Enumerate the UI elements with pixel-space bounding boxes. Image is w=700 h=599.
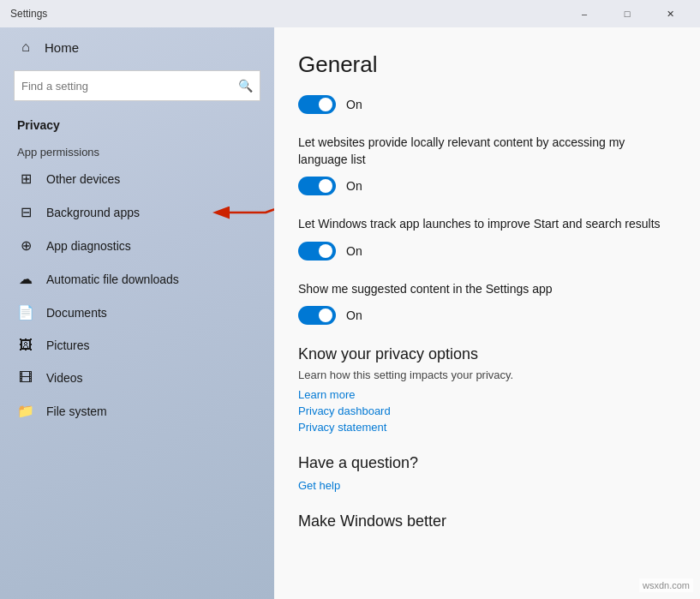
background-apps-icon: ⊟ bbox=[17, 204, 34, 220]
setting-block-3: Let Windows track app launches to improv… bbox=[298, 216, 669, 261]
title-bar: Settings – □ ✕ bbox=[0, 0, 700, 27]
file-system-icon: 📁 bbox=[17, 403, 34, 419]
get-help-link[interactable]: Get help bbox=[298, 479, 669, 492]
have-question-title: Have a question? bbox=[298, 454, 669, 472]
setting-block-4: Show me suggested content in the Setting… bbox=[298, 281, 669, 326]
toggle-2-label: On bbox=[346, 179, 362, 193]
toggle-row-3: On bbox=[298, 242, 669, 261]
sidebar-item-pictures[interactable]: 🖼 Pictures bbox=[0, 329, 274, 362]
toggle-1[interactable] bbox=[298, 95, 336, 114]
pictures-label: Pictures bbox=[46, 338, 90, 352]
sidebar-item-background-apps[interactable]: ⊟ Background apps bbox=[0, 195, 274, 229]
setting-block-2: Let websites provide locally relevant co… bbox=[298, 135, 669, 195]
make-windows-section: Make Windows better bbox=[298, 512, 669, 530]
window-controls: – □ ✕ bbox=[565, 0, 690, 27]
app-diagnostics-label: App diagnostics bbox=[46, 239, 131, 253]
search-icon: 🔍 bbox=[238, 79, 253, 93]
pictures-icon: 🖼 bbox=[17, 338, 34, 353]
close-button[interactable]: ✕ bbox=[650, 0, 690, 27]
privacy-dashboard-link[interactable]: Privacy dashboard bbox=[298, 404, 669, 417]
privacy-statement-link[interactable]: Privacy statement bbox=[298, 421, 669, 434]
privacy-section-title: Privacy bbox=[0, 111, 274, 137]
toggle-row-4: On bbox=[298, 306, 669, 325]
videos-icon: 🎞 bbox=[17, 370, 34, 386]
know-privacy-title: Know your privacy options bbox=[298, 345, 669, 363]
videos-label: Videos bbox=[46, 371, 83, 385]
watermark: wsxdn.com bbox=[639, 578, 693, 592]
sidebar-item-home[interactable]: ⌂ Home bbox=[0, 27, 274, 67]
sidebar-item-file-system[interactable]: 📁 File system bbox=[0, 394, 274, 428]
setting-desc-1: Let websites provide locally relevant co… bbox=[298, 135, 669, 168]
toggle-1-label: On bbox=[346, 98, 362, 111]
setting-desc-3: Show me suggested content in the Setting… bbox=[298, 281, 669, 298]
toggle-row-2: On bbox=[298, 177, 669, 195]
file-system-label: File system bbox=[46, 404, 107, 418]
sidebar-item-videos[interactable]: 🎞 Videos bbox=[0, 362, 274, 394]
toggle-3-label: On bbox=[346, 244, 362, 258]
setting-desc-2: Let Windows track app launches to improv… bbox=[298, 216, 669, 233]
documents-label: Documents bbox=[46, 306, 107, 320]
other-devices-label: Other devices bbox=[46, 172, 120, 186]
sidebar-search-box[interactable]: 🔍 bbox=[14, 70, 260, 101]
red-arrow-annotation bbox=[223, 195, 274, 230]
home-label: Home bbox=[45, 40, 79, 55]
know-privacy-section: Know your privacy options Learn how this… bbox=[298, 345, 669, 434]
sidebar-item-auto-file-downloads[interactable]: ☁ Automatic file downloads bbox=[0, 262, 274, 296]
toggle-4-label: On bbox=[346, 308, 362, 322]
sidebar-item-other-devices[interactable]: ⊞ Other devices bbox=[0, 162, 274, 195]
sidebar-item-documents[interactable]: 📄 Documents bbox=[0, 296, 274, 329]
app-body: ⌂ Home 🔍 Privacy App permissions ⊞ Other… bbox=[0, 27, 700, 599]
toggle-3[interactable] bbox=[298, 242, 336, 261]
learn-more-link[interactable]: Learn more bbox=[298, 388, 669, 401]
minimize-button[interactable]: – bbox=[565, 0, 604, 27]
know-privacy-desc: Learn how this setting impacts your priv… bbox=[298, 368, 669, 381]
background-apps-label: Background apps bbox=[46, 206, 140, 219]
home-icon: ⌂ bbox=[17, 39, 34, 55]
toggle-row-1: On bbox=[298, 95, 669, 114]
general-title: General bbox=[298, 51, 669, 78]
sidebar: ⌂ Home 🔍 Privacy App permissions ⊞ Other… bbox=[0, 27, 274, 599]
other-devices-icon: ⊞ bbox=[17, 171, 34, 187]
toggle-2[interactable] bbox=[298, 177, 336, 195]
app-title: Settings bbox=[10, 8, 47, 20]
maximize-button[interactable]: □ bbox=[607, 0, 647, 27]
setting-block-1: On bbox=[298, 95, 669, 114]
make-windows-title: Make Windows better bbox=[298, 512, 669, 530]
toggle-4[interactable] bbox=[298, 306, 336, 325]
app-diagnostics-icon: ⊕ bbox=[17, 237, 34, 254]
documents-icon: 📄 bbox=[17, 304, 34, 320]
sidebar-item-app-diagnostics[interactable]: ⊕ App diagnostics bbox=[0, 229, 274, 262]
search-input[interactable] bbox=[21, 80, 238, 93]
have-question-section: Have a question? Get help bbox=[298, 454, 669, 492]
main-content: General On Let websites provide locally … bbox=[274, 27, 700, 599]
auto-downloads-icon: ☁ bbox=[17, 271, 34, 287]
app-permissions-label: App permissions bbox=[0, 137, 274, 162]
auto-downloads-label: Automatic file downloads bbox=[46, 273, 179, 286]
